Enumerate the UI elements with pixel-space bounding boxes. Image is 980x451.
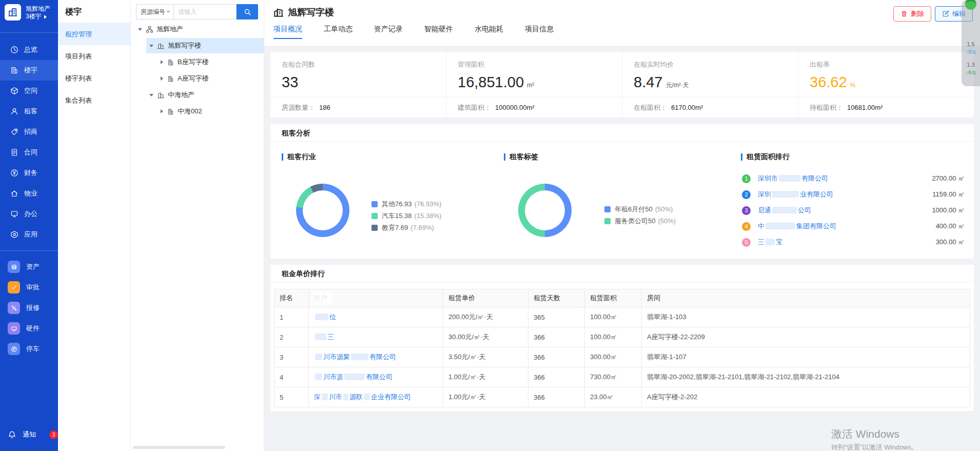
sidebar-item-building[interactable]: 楼宇 xyxy=(0,60,58,81)
redaction-blur xyxy=(315,374,322,380)
sidebar-app-hardware[interactable]: 硬件 xyxy=(0,318,58,339)
legend-item[interactable]: 服务类公司50(50%) xyxy=(604,215,676,227)
stat-sub-row: 在租面积：6170.00m² xyxy=(622,97,798,117)
redaction-blur xyxy=(351,354,368,360)
sidebar-item-contract[interactable]: 合同 xyxy=(0,142,58,163)
tower-icon xyxy=(157,91,165,99)
search-field-select[interactable]: 房源编号 xyxy=(136,4,174,19)
tree-node-label: 中海002 xyxy=(178,107,202,116)
tree-node-label: A座写字楼 xyxy=(178,74,209,83)
tenant-link[interactable]: 三 xyxy=(314,333,334,341)
unit-price-cell: 1.00元/㎡·天 xyxy=(443,367,528,387)
tenant-link[interactable]: 中集团有限公司 xyxy=(758,222,836,231)
download-speed-unit: ↓K/s xyxy=(962,70,980,75)
column-header: 排名 xyxy=(275,289,309,307)
tenant-link[interactable]: 三宝 xyxy=(758,238,782,247)
tenant-link[interactable]: 位 xyxy=(314,313,336,321)
tenant-link[interactable]: 深川市源联企业有限公司 xyxy=(314,393,411,401)
tenant-link[interactable]: 深圳市有限公司 xyxy=(758,174,828,183)
apps-icon xyxy=(10,230,18,239)
sidebar-item-invest[interactable]: 招商 xyxy=(0,122,58,142)
tree-node[interactable]: 中海地产 xyxy=(131,87,264,103)
chevron-down-icon xyxy=(166,11,170,13)
sidebar-item-office[interactable]: 办公 xyxy=(0,204,58,224)
subnav-item[interactable]: 楼宇列表 xyxy=(58,67,130,89)
sidebar-app-parking[interactable]: 停车 xyxy=(0,339,58,359)
legend-item[interactable]: 其他76.93(76.93%) xyxy=(371,198,441,210)
building-icon xyxy=(10,66,18,74)
tab-item[interactable]: 工单动态 xyxy=(324,25,352,43)
tab-item[interactable]: 水电能耗 xyxy=(475,25,503,43)
tenant-link[interactable]: 启通公司 xyxy=(758,206,811,215)
lease-days-cell: 366 xyxy=(528,387,585,407)
leased-area-value: 400.00 ㎡ xyxy=(936,222,965,231)
tree-node[interactable]: 中海002 xyxy=(131,103,264,120)
tree-node-label: 旭辉写字楼 xyxy=(168,41,201,50)
stat-value: 36.62 xyxy=(810,74,847,91)
sidebar-app-repair[interactable]: 报修 xyxy=(0,298,58,318)
donut-hole xyxy=(303,190,343,230)
tree-switcher-icon[interactable] xyxy=(161,76,163,81)
tree-switcher-icon[interactable] xyxy=(149,45,153,47)
subnav-item[interactable]: 项目列表 xyxy=(58,45,130,67)
legend-percent: (50%) xyxy=(658,217,676,225)
section-header: 租客行业 xyxy=(282,152,492,162)
tenant-link[interactable]: 川市源聚有限公司 xyxy=(314,353,396,361)
rent-price-table: 排名住户租赁单价租赁天数租赁面积房间1位200.00元/㎡·天365100.00… xyxy=(274,289,970,407)
sidebar-item-overview[interactable]: 总览 xyxy=(0,40,58,60)
contract-icon xyxy=(10,148,18,156)
sidebar-item-notifications[interactable]: 通知 3 xyxy=(0,426,58,443)
rank-cell: 4 xyxy=(275,367,309,387)
subnav-item[interactable]: 租控管理 xyxy=(58,23,130,45)
lease-area-cell: 100.00㎡ xyxy=(585,327,642,347)
area-ranking-section: 租赁面积排行1深圳市有限公司2700.00 ㎡2深圳业有限公司1159.00 ㎡… xyxy=(741,152,969,162)
stat-unit: % xyxy=(850,82,856,89)
tree-node[interactable]: B座写字楼 xyxy=(131,54,264,70)
subnav-item[interactable]: 集合列表 xyxy=(58,89,130,111)
section-title: 租赁面积排行 xyxy=(747,152,790,162)
section-title: 租客行业 xyxy=(287,152,316,162)
net-speed-widget[interactable]: 1.5 ↑K/s 1.3 ↓K/s xyxy=(962,0,980,86)
org-switcher[interactable]: 旭辉地产 3楼宇 xyxy=(0,0,58,33)
sidebar-item-tenant[interactable]: 租客 xyxy=(0,101,58,122)
sidebar-app-approve[interactable]: 审批 xyxy=(0,277,58,298)
tree-switcher-icon[interactable] xyxy=(161,60,163,64)
tab-item[interactable]: 智能硬件 xyxy=(424,25,453,43)
tenant-link[interactable]: 川市源有限公司 xyxy=(314,373,393,381)
tree-switcher-icon[interactable] xyxy=(161,109,163,113)
org-name: 旭辉地产 xyxy=(26,5,50,13)
tree-node[interactable]: 旭辉写字楼 xyxy=(131,37,264,54)
tree-node[interactable]: A座写字楼 xyxy=(131,70,264,87)
legend-item[interactable]: 年租6月付50(50%) xyxy=(604,203,676,215)
lease-days-cell: 366 xyxy=(528,347,585,367)
tab-item[interactable]: 资产记录 xyxy=(374,25,403,43)
tree-node[interactable]: 旭辉地产 xyxy=(131,21,264,37)
sidebar-item-apps[interactable]: 应用 xyxy=(0,224,58,245)
tree-switcher-icon[interactable] xyxy=(149,94,153,96)
redaction-blur xyxy=(343,394,348,400)
stat-card: 在租合同数33房源数量：186 xyxy=(270,52,446,117)
tree-switcher-icon[interactable] xyxy=(138,28,142,31)
delete-button[interactable]: 删除 xyxy=(893,6,931,22)
org-expand-icon[interactable] xyxy=(44,15,47,19)
accelerator-ball-icon[interactable] xyxy=(965,0,976,10)
hardware-tile xyxy=(8,322,20,335)
sidebar-item-finance[interactable]: 财务 xyxy=(0,163,58,183)
legend-item[interactable]: 教育7.69(7.69%) xyxy=(371,222,441,233)
tenant-link[interactable]: 深圳业有限公司 xyxy=(758,190,833,199)
horizontal-scrollbar[interactable] xyxy=(133,446,225,449)
sidebar-app-asset[interactable]: 资产 xyxy=(0,257,58,277)
legend-label: 服务类公司50 xyxy=(615,217,655,226)
sidebar-item-property[interactable]: 物业 xyxy=(0,183,58,204)
rank-cell: 1 xyxy=(275,307,309,327)
section-header: 租赁面积排行 xyxy=(741,152,969,162)
tab-item[interactable]: 项目信息 xyxy=(525,25,554,43)
sidebar-item-label: 合同 xyxy=(24,148,37,157)
column-header: 住户 xyxy=(309,289,443,307)
sidebar-app-label: 审批 xyxy=(26,283,40,292)
search-button[interactable] xyxy=(237,4,258,19)
sidebar-item-space[interactable]: 空间 xyxy=(0,81,58,101)
legend-item[interactable]: 汽车15.38(15.38%) xyxy=(371,210,441,222)
search-input[interactable] xyxy=(174,4,237,19)
tab-active[interactable]: 项目概况 xyxy=(273,25,302,43)
